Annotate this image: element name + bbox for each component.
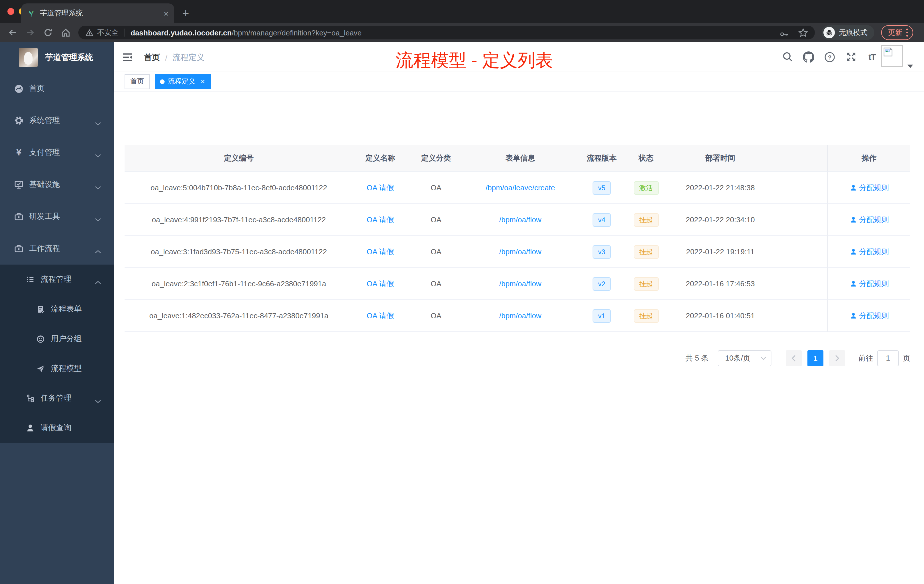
goto-page-input[interactable]: 1: [877, 350, 899, 366]
assign-rule-button[interactable]: 分配规则: [827, 204, 910, 236]
search-icon[interactable]: [781, 51, 794, 63]
yen-icon: ¥: [14, 147, 24, 158]
breadcrumb-home[interactable]: 首页: [144, 53, 160, 63]
sidebar-item-label: 用户分组: [51, 334, 82, 344]
tag-label: 流程定义: [168, 77, 195, 86]
url-domain: dashboard.yudao.iocoder.cn: [130, 28, 232, 37]
pagination: 共 5 条 10条/页 1 前往 1 页: [125, 350, 910, 366]
avatar-caret-down-icon[interactable]: [908, 60, 913, 70]
sidebar-item-label: 首页: [29, 83, 45, 94]
browser-tab[interactable]: 芋道管理系统 ×: [21, 3, 174, 23]
tag-home[interactable]: 首页: [125, 74, 150, 89]
form-link[interactable]: /bpm/oa/flow: [465, 215, 576, 224]
kebab-menu-icon: [906, 29, 908, 36]
sidebar-item-payment[interactable]: ¥ 支付管理: [0, 137, 114, 168]
incognito-label: 无痕模式: [839, 28, 868, 38]
sidebar-item-label: 系统管理: [29, 115, 60, 126]
form-link[interactable]: /bpm/oa/flow: [465, 279, 576, 288]
sidebar-item-system[interactable]: 系统管理: [0, 105, 114, 137]
page-number-current[interactable]: 1: [807, 350, 823, 366]
definition-id: oa_leave:2:3c1f0ef1-76b1-11ec-9c66-a2380…: [125, 279, 353, 288]
list-icon: [25, 275, 35, 284]
assign-rule-button[interactable]: 分配规则: [827, 236, 910, 267]
definition-id: oa_leave:3:1fad3d93-7b75-11ec-a3c8-acde4…: [125, 247, 353, 256]
sidebar-item-dev-tools[interactable]: 研发工具: [0, 201, 114, 233]
definition-name-link[interactable]: OA 请假: [353, 247, 408, 257]
next-page-button[interactable]: [829, 350, 845, 366]
version-badge[interactable]: v4: [592, 213, 611, 226]
new-tab-button[interactable]: +: [178, 6, 193, 21]
tab-close-icon[interactable]: ×: [163, 9, 168, 17]
sidebar-item-label: 流程表单: [51, 304, 82, 314]
tag-process-definition-active[interactable]: 流程定义 ×: [155, 74, 211, 89]
window-close-button[interactable]: [7, 8, 14, 15]
favicon-sprout-icon: [27, 9, 35, 17]
version-badge[interactable]: v3: [592, 245, 611, 259]
sidebar-item-label: 支付管理: [29, 147, 60, 158]
assign-rule-button[interactable]: 分配规则: [827, 172, 910, 203]
broken-image-icon: [883, 47, 893, 57]
prev-page-button[interactable]: [786, 350, 802, 366]
definition-name-link[interactable]: OA 请假: [353, 214, 408, 225]
chevron-right-icon: [835, 355, 840, 362]
version-badge[interactable]: v1: [592, 309, 611, 323]
security-label[interactable]: 不安全: [97, 28, 119, 38]
url-bar[interactable]: 不安全 dashboard.yudao.iocoder.cn/bpm/manag…: [78, 26, 815, 40]
version-badge[interactable]: v2: [592, 277, 611, 290]
definition-name-link[interactable]: OA 请假: [353, 279, 408, 289]
incognito-icon: [823, 27, 835, 38]
toolbox-icon: [14, 243, 24, 254]
assign-rule-button[interactable]: 分配规则: [827, 268, 910, 299]
toolbox-icon: [14, 211, 24, 222]
deploy-time: 2022-01-16 17:46:53: [665, 279, 776, 288]
definition-id: oa_leave:5:004b710b-7b8a-11ec-8ef0-acde4…: [125, 183, 353, 192]
sidebar-item-process-form[interactable]: 流程表单: [0, 294, 114, 324]
font-size-icon[interactable]: tT: [866, 51, 878, 63]
gear-icon: [14, 115, 24, 126]
definition-name-link[interactable]: OA 请假: [353, 310, 408, 321]
forward-button[interactable]: [23, 26, 37, 40]
goto-unit-label: 页: [903, 353, 910, 363]
fullscreen-icon[interactable]: [845, 51, 857, 63]
goto-label: 前往: [858, 353, 873, 363]
update-menu-button[interactable]: 更新: [881, 25, 913, 40]
tag-close-icon[interactable]: ×: [201, 77, 205, 86]
definition-category: OA: [408, 312, 465, 320]
deploy-time: 2022-01-22 19:19:11: [665, 247, 776, 256]
sidebar-item-label: 研发工具: [29, 211, 60, 222]
form-link[interactable]: /bpm/oa/leave/create: [465, 183, 576, 192]
home-button[interactable]: [59, 26, 73, 40]
table-row: oa_leave:2:3c1f0ef1-76b1-11ec-9c66-a2380…: [125, 268, 910, 300]
sidebar-item-infrastructure[interactable]: 基础设施: [0, 168, 114, 201]
sidebar-item-user-group[interactable]: 用户分组: [0, 324, 114, 354]
avatar[interactable]: [881, 45, 903, 67]
form-link[interactable]: /bpm/oa/flow: [465, 312, 576, 320]
github-icon[interactable]: [802, 51, 815, 63]
url-divider: [124, 28, 125, 36]
sidebar-item-label: 任务管理: [41, 393, 71, 403]
dashboard-icon: [14, 83, 24, 94]
back-button[interactable]: [6, 26, 20, 40]
password-key-icon[interactable]: [779, 28, 789, 38]
sidebar: 芋道管理系统 首页 系统管理 ¥ 支付管: [0, 42, 114, 584]
help-icon[interactable]: ?: [823, 51, 836, 63]
sidebar-item-process-model[interactable]: 流程模型: [0, 354, 114, 383]
form-link[interactable]: /bpm/oa/flow: [465, 247, 576, 256]
sidebar-item-workflow[interactable]: 工作流程: [0, 233, 114, 265]
bookmark-star-icon[interactable]: [798, 28, 808, 38]
reload-button[interactable]: [41, 26, 55, 40]
sidebar-logo[interactable]: 芋道管理系统: [0, 42, 114, 73]
sidebar-item-leave-query[interactable]: 请假查询: [0, 413, 114, 443]
definition-name-link[interactable]: OA 请假: [353, 183, 408, 193]
chevron-down-icon: [761, 356, 766, 360]
chevron-down-icon: [95, 119, 101, 127]
assign-rule-button[interactable]: 分配规则: [827, 300, 910, 332]
sidebar-item-task-mgmt[interactable]: 任务管理: [0, 383, 114, 413]
app-title: 芋道管理系统: [45, 52, 93, 63]
sidebar-item-home[interactable]: 首页: [0, 73, 114, 105]
url-path: /bpm/manager/definition?key=oa_leave: [232, 28, 362, 37]
page-size-select[interactable]: 10条/页: [718, 350, 771, 366]
version-badge[interactable]: v5: [592, 181, 611, 195]
sidebar-item-process-mgmt[interactable]: 流程管理: [0, 265, 114, 294]
sidebar-collapse-button[interactable]: [121, 51, 134, 63]
